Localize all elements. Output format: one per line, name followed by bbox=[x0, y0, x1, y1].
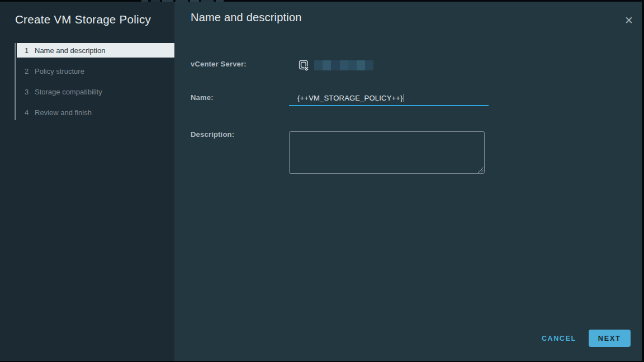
step-content-panel: Name and description ✕ vCenter Server: N… bbox=[174, 2, 642, 361]
close-icon[interactable]: ✕ bbox=[623, 15, 634, 26]
vcenter-server-value bbox=[299, 60, 373, 72]
step-label: Storage compatibility bbox=[35, 88, 102, 96]
step-storage-compatibility[interactable]: 3 Storage compatibility bbox=[17, 84, 174, 99]
create-vm-storage-policy-dialog: Create VM Storage Policy 1 Name and desc… bbox=[0, 2, 642, 361]
page-title: Name and description bbox=[191, 11, 302, 24]
text-caret bbox=[404, 94, 404, 102]
vcenter-server-icon bbox=[299, 60, 310, 72]
step-number: 1 bbox=[25, 46, 32, 55]
steps-progress-bar bbox=[15, 43, 16, 120]
name-input-value: {++VM_STORAGE_POLICY++} bbox=[297, 94, 403, 102]
wizard-title: Create VM Storage Policy bbox=[15, 13, 151, 26]
vcenter-name-redacted bbox=[314, 60, 373, 70]
vcenter-server-label: vCenter Server: bbox=[191, 60, 247, 68]
name-label: Name: bbox=[191, 93, 214, 102]
dialog-footer: CANCEL NEXT bbox=[542, 330, 631, 347]
step-label: Policy structure bbox=[35, 67, 84, 75]
step-name-and-description[interactable]: 1 Name and description bbox=[17, 43, 174, 58]
name-input[interactable]: {++VM_STORAGE_POLICY++} bbox=[289, 91, 489, 106]
step-policy-structure[interactable]: 2 Policy structure bbox=[17, 64, 174, 78]
wizard-sidebar: Create VM Storage Policy 1 Name and desc… bbox=[0, 2, 174, 361]
cancel-button[interactable]: CANCEL bbox=[542, 335, 576, 342]
step-label: Review and finish bbox=[35, 108, 92, 117]
step-label: Name and description bbox=[35, 46, 105, 55]
step-number: 3 bbox=[25, 88, 32, 96]
step-review-and-finish[interactable]: 4 Review and finish bbox=[17, 105, 174, 120]
description-textarea[interactable] bbox=[289, 131, 485, 174]
description-label: Description: bbox=[191, 130, 234, 139]
step-number: 4 bbox=[25, 108, 32, 117]
wizard-steps: 1 Name and description 2 Policy structur… bbox=[17, 43, 174, 126]
step-number: 2 bbox=[25, 67, 32, 75]
next-button[interactable]: NEXT bbox=[589, 330, 631, 347]
description-field-wrap bbox=[289, 131, 485, 174]
